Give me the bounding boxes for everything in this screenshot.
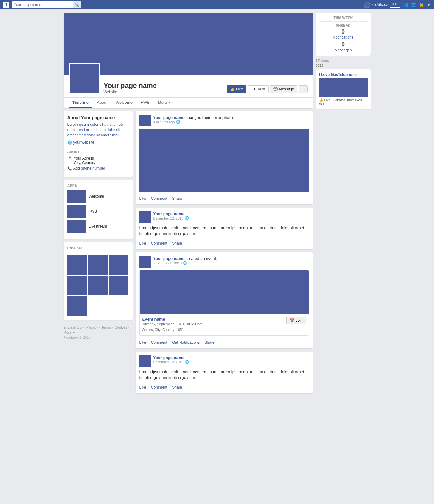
like-button[interactable]: 👍 Like bbox=[227, 85, 246, 93]
post-card-4: Your page name December 12, 2013 🌐 Lorem… bbox=[136, 352, 313, 393]
page-footer: English (US) • Privacy • Terms • Cookies… bbox=[64, 323, 133, 342]
address-item: 📍 Your Adress City, Country bbox=[67, 156, 129, 165]
post-like-1[interactable]: Like bbox=[139, 196, 146, 201]
post-share-4[interactable]: Share bbox=[172, 385, 182, 390]
globe-icon[interactable]: 🌐 bbox=[411, 2, 416, 7]
nav-home[interactable]: Home bbox=[390, 2, 400, 8]
notifications-label[interactable]: Notifications bbox=[319, 35, 368, 40]
page-tabs: Timeline About Welcome FWB More ▼ bbox=[64, 98, 313, 108]
website-link[interactable]: 🌐 your website bbox=[67, 140, 129, 145]
photo-thumb-1[interactable] bbox=[67, 255, 87, 274]
website-text: your website bbox=[73, 140, 94, 145]
add-phone-label: Add phone number bbox=[73, 166, 105, 171]
sponsored-thumb[interactable] bbox=[319, 78, 368, 97]
nav-user[interactable]: zsoltihasz bbox=[364, 2, 388, 8]
post-meta-2: Your page name December 12, 2013 🌐 bbox=[153, 211, 189, 220]
left-sidebar: About Your page name Lorem ipsum dolor s… bbox=[64, 111, 133, 396]
chevron-down-icon: ▼ bbox=[168, 101, 171, 104]
post-image-1[interactable] bbox=[139, 129, 309, 192]
photo-thumb-2[interactable] bbox=[88, 255, 108, 274]
photo-thumb-4[interactable] bbox=[67, 276, 87, 295]
post-author-1[interactable]: Your page name bbox=[153, 115, 185, 120]
search-bar[interactable]: 🔍 bbox=[12, 1, 81, 8]
messages-label[interactable]: Messages bbox=[319, 48, 368, 52]
tab-welcome[interactable]: Welcome bbox=[112, 98, 136, 108]
footer-privacy[interactable]: Privacy bbox=[86, 326, 98, 329]
photo-thumb-5[interactable] bbox=[88, 276, 108, 295]
tab-fwb[interactable]: FWB bbox=[137, 98, 154, 108]
footer-cookies[interactable]: Cookies bbox=[115, 326, 127, 329]
phone-icon: 📞 bbox=[67, 166, 72, 171]
follow-button[interactable]: + Follow bbox=[248, 85, 269, 93]
post-author-3[interactable]: Your page name bbox=[153, 256, 185, 261]
post-like-4[interactable]: Like bbox=[139, 385, 146, 390]
event-name[interactable]: Event name bbox=[142, 317, 203, 321]
friends-icon[interactable]: 👥 bbox=[403, 2, 408, 7]
post-share-1[interactable]: Share bbox=[172, 196, 182, 201]
add-phone-button[interactable]: 📞 Add phone number bbox=[67, 166, 129, 171]
event-image[interactable] bbox=[140, 270, 309, 314]
search-button[interactable]: 🔍 bbox=[73, 1, 81, 8]
plus-icon: + bbox=[251, 87, 253, 91]
photos-chevron-icon[interactable]: › bbox=[128, 247, 128, 251]
post-comment-1[interactable]: Comment bbox=[151, 196, 167, 201]
sponsored-actions: 👍 Like · Lakatos Tibor likes this. bbox=[319, 98, 368, 106]
app-item-welcome[interactable]: Welcome bbox=[67, 190, 129, 203]
tab-more[interactable]: More ▼ bbox=[154, 98, 175, 108]
post-comment-2[interactable]: Comment bbox=[151, 241, 167, 246]
app-item-fwb[interactable]: FWB bbox=[67, 205, 129, 218]
sponsored-like-button[interactable]: 👍 Like bbox=[319, 98, 331, 102]
post-meta-1: Your page name changed their cover photo… bbox=[153, 115, 234, 124]
photos-title: PHOTOS bbox=[67, 246, 83, 250]
menu-icon[interactable]: ▼ bbox=[426, 2, 431, 7]
about-card: About Your page name Lorem ipsum dolor s… bbox=[64, 111, 133, 177]
sponsored-page-name[interactable]: I Love MacTelephone bbox=[319, 72, 368, 77]
profile-area: Your page name Website 👍 Like + Follow 💬… bbox=[64, 75, 313, 98]
about-chevron-icon[interactable]: › bbox=[128, 150, 128, 154]
search-input[interactable] bbox=[12, 1, 73, 8]
photo-thumb-7[interactable] bbox=[67, 296, 87, 316]
post-actions-3: Like · Comment · Gat Notifications · Sha… bbox=[139, 338, 309, 345]
message-icon: 💬 bbox=[273, 87, 278, 91]
footer-terms[interactable]: Terms bbox=[102, 326, 111, 329]
recent-section: Recent 2012 bbox=[316, 59, 371, 67]
tab-about[interactable]: About bbox=[93, 98, 111, 108]
more-button[interactable]: ··· bbox=[299, 85, 307, 93]
lock-icon[interactable]: 🔒 bbox=[419, 2, 424, 7]
nav-avatar bbox=[364, 2, 370, 8]
profile-picture[interactable] bbox=[69, 63, 100, 94]
post-avatar-2 bbox=[139, 211, 151, 223]
like-label: Like bbox=[236, 87, 243, 91]
post-text-4: Lorem ipsum dolor sit amet timeti ergo s… bbox=[139, 369, 309, 380]
post-action-3: created an event. bbox=[186, 256, 217, 261]
post-like-2[interactable]: Like bbox=[139, 241, 146, 246]
globe-small-icon: 🌐 bbox=[176, 120, 180, 124]
post-comment-3[interactable]: Comment bbox=[151, 340, 167, 345]
event-details: Event name Tuesday, September 3, 2013 at… bbox=[140, 314, 309, 335]
app-thumb-welcome bbox=[67, 190, 86, 203]
post-action-1: changed their cover photo. bbox=[186, 115, 234, 120]
post-author-2[interactable]: Your page name bbox=[153, 211, 189, 216]
post-comment-4[interactable]: Comment bbox=[151, 385, 167, 390]
footer-more[interactable]: More ▼ bbox=[64, 331, 76, 334]
cover-section: Your page name Website 👍 Like + Follow 💬… bbox=[64, 13, 313, 108]
post-time-text-3: september 3, 3013 bbox=[153, 261, 182, 265]
app-item-livestream[interactable]: Livestream bbox=[67, 220, 129, 233]
about-section: ABOUT › 📍 Your Adress City, Country 📞 bbox=[67, 147, 129, 171]
post-card-2: Your page name December 12, 2013 🌐 Lorem… bbox=[136, 208, 313, 249]
app-thumb-livestream bbox=[67, 220, 86, 233]
photo-thumb-6[interactable] bbox=[109, 276, 128, 295]
post-avatar-1 bbox=[139, 115, 151, 126]
message-button[interactable]: 💬 Message bbox=[270, 85, 298, 93]
post-share-3[interactable]: Share bbox=[205, 340, 215, 345]
post-notifications-3[interactable]: Gat Notifications bbox=[172, 340, 200, 345]
photo-thumb-3[interactable] bbox=[109, 255, 128, 274]
tab-timeline[interactable]: Timeline bbox=[69, 98, 93, 108]
join-button[interactable]: 📅 Join bbox=[286, 317, 306, 324]
cover-photo[interactable] bbox=[64, 13, 313, 75]
post-like-3[interactable]: Like bbox=[139, 340, 146, 345]
post-author-4[interactable]: Your page name bbox=[153, 355, 189, 360]
footer-english[interactable]: English (US) bbox=[64, 326, 83, 329]
post-share-2[interactable]: Share bbox=[172, 241, 182, 246]
divider-1 bbox=[319, 21, 368, 22]
